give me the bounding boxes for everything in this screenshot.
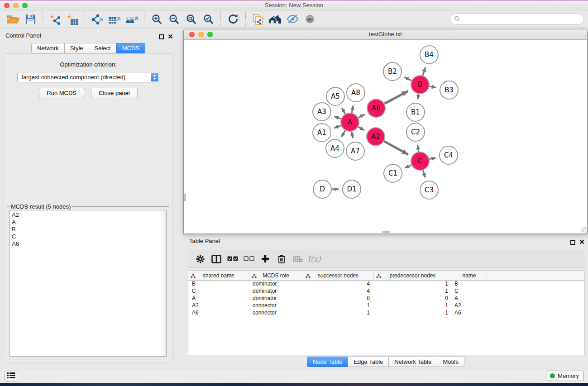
column-header-successor-nodes[interactable]: successor nodes — [303, 271, 373, 280]
column-header-shared-name[interactable]: shared name — [188, 271, 249, 280]
task-history-button[interactable] — [5, 371, 17, 381]
list-item[interactable]: C — [10, 233, 166, 240]
tab-select[interactable]: Select — [89, 43, 117, 53]
network-canvas[interactable]: B4B2BB3A8A5A6A3B1AA1C2A2A4A7C4CC1DD1C3 — [184, 40, 587, 233]
network-minimize-button[interactable] — [198, 32, 204, 37]
list-item[interactable]: A6 — [10, 240, 166, 248]
graph-node-D1[interactable]: D1 — [343, 180, 361, 198]
settings-icon[interactable] — [192, 252, 208, 266]
graph-node-A6[interactable]: A6 — [367, 99, 385, 117]
column-header-MCDS-role[interactable]: MCDS role — [249, 271, 303, 280]
open-session-icon[interactable] — [5, 12, 21, 26]
graph-edge-C-C2[interactable] — [417, 145, 418, 152]
close-window-button[interactable] — [4, 3, 10, 8]
list-item[interactable]: A — [10, 219, 166, 226]
graph-node-D[interactable]: D — [313, 180, 331, 198]
graph-node-B3[interactable]: B3 — [440, 81, 458, 99]
zoom-selected-icon[interactable] — [201, 12, 216, 26]
graph-node-C4[interactable]: C4 — [440, 146, 458, 164]
float-panel-icon[interactable] — [159, 34, 164, 39]
criterion-select[interactable]: largest connected component (directed) — [17, 72, 159, 82]
graph-node-A1[interactable]: A1 — [313, 124, 331, 142]
network-zoom-button[interactable] — [207, 32, 213, 37]
close-panel-icon[interactable] — [168, 33, 173, 41]
export-image-icon[interactable] — [124, 12, 139, 26]
graph-node-C3[interactable]: C3 — [420, 181, 438, 199]
graph-edge-A-A3[interactable] — [334, 116, 341, 119]
graph-edge-A2-C[interactable] — [384, 141, 408, 154]
tab-edge-table[interactable]: Edge Table — [348, 357, 389, 367]
graph-node-B1[interactable]: B1 — [406, 103, 425, 121]
graph-edge-A6-B[interactable] — [385, 91, 408, 104]
list-item[interactable]: A2 — [10, 211, 166, 219]
mcds-result-list[interactable]: A2ABCA6 — [10, 210, 167, 357]
tab-motifs[interactable]: Motifs — [437, 357, 464, 367]
graph-node-A5[interactable]: A5 — [326, 87, 344, 105]
table-row[interactable]: A2connector11A2 — [188, 302, 584, 309]
duplicate-network-icon[interactable] — [250, 12, 266, 26]
graph-edge-C-C1[interactable] — [405, 165, 411, 168]
tab-network[interactable]: Network — [31, 43, 65, 53]
graph-node-A7[interactable]: A7 — [346, 142, 364, 160]
add-column-icon[interactable] — [258, 252, 273, 266]
tab-node-table[interactable]: Node Table — [307, 357, 349, 367]
graph-edge-A-A4[interactable] — [341, 130, 345, 137]
horizontal-scroll-mark[interactable] — [382, 231, 390, 233]
graph-node-C2[interactable]: C2 — [406, 123, 425, 141]
select-all-icon[interactable] — [225, 252, 240, 266]
close-table-panel-icon[interactable] — [579, 238, 584, 246]
graph-edge-A-A1[interactable] — [334, 125, 341, 128]
graph-edge-A-A8[interactable] — [352, 105, 353, 113]
deselect-all-icon[interactable] — [241, 252, 257, 266]
tab-network-table[interactable]: Network Table — [388, 357, 437, 367]
refresh-icon[interactable] — [225, 12, 241, 26]
graph-node-A2[interactable]: A2 — [367, 128, 385, 146]
column-header-predecessor-nodes[interactable]: predecessor nodes — [373, 271, 452, 280]
table-row[interactable]: A6connector11A6 — [188, 309, 584, 316]
export-network-icon[interactable] — [90, 12, 105, 26]
graph-edge-B-B2[interactable] — [404, 77, 411, 81]
graph-edge-C-C4[interactable] — [430, 158, 436, 159]
graph-node-A3[interactable]: A3 — [313, 103, 331, 121]
memory-button[interactable]: Memory — [546, 371, 584, 381]
graph-edge-B-B4[interactable] — [423, 67, 425, 76]
split-view-icon[interactable] — [209, 252, 224, 266]
table-row[interactable]: Cdominator41C — [188, 287, 584, 295]
vertical-scroll-mark[interactable] — [184, 194, 186, 201]
graph-edge-A-A7[interactable] — [352, 132, 353, 138]
graph-node-B2[interactable]: B2 — [383, 62, 402, 81]
graph-edge-A-A5[interactable] — [342, 108, 345, 114]
tab-mcds[interactable]: MCDS — [116, 43, 145, 53]
resize-grip[interactable] — [581, 227, 587, 233]
close-panel-button[interactable]: Close panel — [91, 88, 138, 98]
eye-icon[interactable] — [302, 12, 317, 26]
graph-node-A4[interactable]: A4 — [326, 139, 344, 157]
save-session-icon[interactable] — [23, 12, 38, 26]
graph-edge-A-A6[interactable] — [359, 114, 365, 118]
export-table-icon[interactable] — [107, 12, 122, 26]
zoom-window-button[interactable] — [22, 3, 28, 8]
graph-node-B[interactable]: B — [411, 76, 429, 94]
graph-edge-C-C3[interactable] — [423, 170, 425, 177]
delete-column-icon[interactable] — [274, 252, 289, 266]
graph-node-A[interactable]: A — [341, 113, 359, 131]
minimize-window-button[interactable] — [13, 3, 19, 8]
graph-edge-B-B1[interactable] — [418, 94, 419, 100]
table-row[interactable]: Adominator80A — [188, 295, 584, 302]
eye-slash-icon[interactable] — [285, 12, 300, 26]
search-input[interactable] — [462, 15, 583, 24]
import-table-icon[interactable] — [65, 12, 80, 26]
run-mcds-button[interactable]: Run MCDS — [39, 88, 84, 98]
houses-icon[interactable] — [268, 12, 283, 26]
table-row[interactable]: Bdominator41B — [188, 280, 584, 287]
tab-style[interactable]: Style — [64, 43, 89, 53]
column-header-name[interactable]: name — [452, 271, 487, 280]
zoom-in-icon[interactable] — [149, 12, 164, 26]
graph-node-C[interactable]: C — [411, 152, 429, 170]
graph-node-A8[interactable]: A8 — [347, 84, 365, 102]
network-close-button[interactable] — [189, 32, 195, 37]
list-item[interactable]: B — [10, 226, 166, 233]
graph-node-B4[interactable]: B4 — [420, 46, 438, 64]
graph-node-C1[interactable]: C1 — [384, 164, 402, 182]
import-network-icon[interactable] — [48, 12, 63, 26]
